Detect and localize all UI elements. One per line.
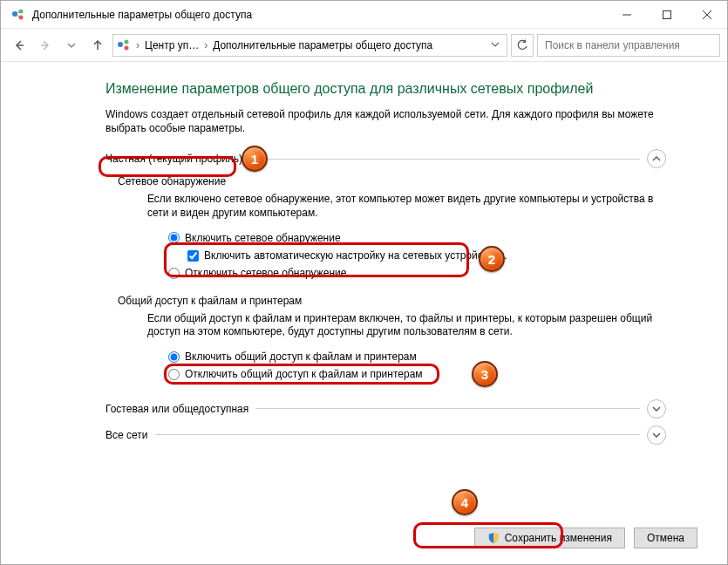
- svg-point-14: [125, 45, 129, 50]
- discovery-options: Включить сетевое обнаружение Включить ав…: [168, 229, 666, 282]
- chevron-down-icon: [67, 41, 76, 50]
- divider: [249, 159, 640, 160]
- maximize-icon: [663, 10, 671, 19]
- discovery-on-radio[interactable]: [168, 232, 180, 243]
- address-dropdown[interactable]: [487, 39, 503, 51]
- chevron-down-icon: [491, 40, 500, 49]
- refresh-icon: [516, 39, 528, 51]
- sharing-on-label: Включить общий доступ к файлам и принтер…: [185, 348, 417, 365]
- discovery-off-label: Отключить сетевое обнаружение: [185, 264, 346, 282]
- section-private-label: Частная (текущий профиль): [105, 153, 249, 165]
- section-all-header[interactable]: Все сети: [105, 425, 666, 445]
- content-area: Изменение параметров общего доступа для …: [1, 62, 727, 445]
- sharing-heading: Общий доступ к файлам и принтерам: [118, 295, 666, 307]
- section-private-header[interactable]: Частная (текущий профиль): [105, 149, 666, 168]
- section-all-label: Все сети: [105, 429, 155, 441]
- divider: [255, 408, 640, 409]
- window-title: Дополнительные параметры общего доступа: [32, 9, 252, 21]
- shield-icon: [487, 532, 500, 544]
- svg-point-12: [118, 42, 123, 47]
- sharing-options: Включить общий доступ к файлам и принтер…: [168, 348, 666, 384]
- discovery-on-label: Включить сетевое обнаружение: [185, 229, 341, 247]
- close-icon: [703, 10, 711, 19]
- callout-badge-4: 4: [452, 489, 478, 515]
- divider: [155, 434, 641, 435]
- titlebar: Дополнительные параметры общего доступа: [1, 1, 727, 29]
- minimize-icon: [623, 10, 631, 19]
- footer: Сохранить изменения Отмена: [31, 528, 697, 548]
- collapse-button-private[interactable]: [647, 149, 666, 168]
- cancel-button[interactable]: Отмена: [634, 528, 697, 548]
- sharing-off-radio[interactable]: [168, 369, 180, 380]
- breadcrumb-sep: ›: [204, 39, 208, 51]
- sharing-body: Если общий доступ к файлам и принтерам в…: [147, 312, 666, 339]
- discovery-off-row[interactable]: Отключить сетевое обнаружение: [168, 264, 666, 282]
- arrow-right-icon: [39, 39, 51, 51]
- section-guest-label: Гостевая или общедоступная: [105, 403, 255, 415]
- forward-button[interactable]: [34, 34, 57, 57]
- nav-row: › Центр уп… › Дополнительные параметры о…: [1, 29, 727, 62]
- breadcrumb-seg-2[interactable]: Дополнительные параметры общего доступа: [213, 39, 432, 51]
- svg-point-0: [12, 11, 17, 17]
- discovery-heading: Сетевое обнаружение: [118, 175, 666, 187]
- save-button[interactable]: Сохранить изменения: [474, 528, 625, 548]
- chevron-up-icon: [652, 154, 661, 163]
- expand-button-all[interactable]: [647, 425, 666, 445]
- chevron-down-icon: [652, 405, 661, 413]
- cancel-button-label: Отмена: [647, 532, 684, 544]
- window: Дополнительные параметры общего доступа: [0, 0, 728, 565]
- arrow-left-icon: [13, 39, 25, 51]
- breadcrumb-seg-1[interactable]: Центр уп…: [145, 39, 199, 51]
- sharing-off-row[interactable]: Отключить общий доступ к файлам и принте…: [168, 365, 666, 383]
- svg-point-13: [125, 39, 129, 44]
- recent-locations-button[interactable]: [60, 34, 83, 57]
- save-button-label: Сохранить изменения: [505, 532, 612, 544]
- network-icon: [11, 8, 25, 22]
- search-input[interactable]: [543, 38, 714, 52]
- maximize-button[interactable]: [647, 1, 687, 29]
- svg-rect-6: [663, 10, 671, 18]
- section-guest-header[interactable]: Гостевая или общедоступная: [105, 399, 666, 419]
- close-button[interactable]: [687, 1, 727, 29]
- discovery-auto-label: Включить автоматическую настройку на сет…: [204, 247, 507, 264]
- discovery-off-radio[interactable]: [168, 268, 180, 279]
- address-bar[interactable]: › Центр уп… › Дополнительные параметры о…: [112, 34, 507, 57]
- back-button[interactable]: [8, 34, 31, 57]
- page-subtitle: Windows создает отдельный сетевой профил…: [105, 107, 666, 135]
- svg-point-2: [19, 15, 24, 19]
- sharing-off-label: Отключить общий доступ к файлам и принте…: [185, 365, 423, 383]
- arrow-up-icon: [92, 39, 104, 51]
- refresh-button[interactable]: [511, 34, 534, 57]
- network-icon: [117, 38, 131, 52]
- up-button[interactable]: [86, 34, 109, 57]
- discovery-body: Если включено сетевое обнаружение, этот …: [147, 193, 666, 220]
- discovery-on-row[interactable]: Включить сетевое обнаружение: [168, 229, 666, 247]
- svg-point-1: [19, 9, 24, 13]
- svg-line-3: [17, 11, 19, 13]
- discovery-auto-checkbox[interactable]: [187, 250, 199, 262]
- sharing-on-row[interactable]: Включить общий доступ к файлам и принтер…: [168, 348, 666, 365]
- sharing-on-radio[interactable]: [168, 351, 180, 363]
- minimize-button[interactable]: [607, 1, 647, 29]
- chevron-down-icon: [652, 431, 661, 439]
- discovery-auto-row[interactable]: Включить автоматическую настройку на сет…: [187, 247, 666, 264]
- expand-button-guest[interactable]: [647, 399, 666, 419]
- page-title: Изменение параметров общего доступа для …: [105, 81, 666, 97]
- svg-line-4: [17, 15, 19, 17]
- search-box[interactable]: [537, 34, 720, 57]
- breadcrumb-sep: ›: [136, 39, 139, 51]
